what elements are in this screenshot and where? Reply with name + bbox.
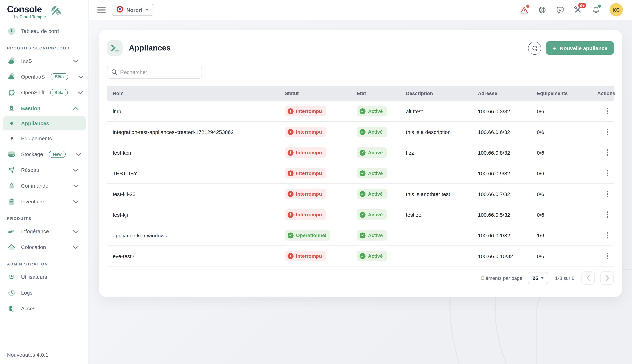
cell-name: lmp [107, 108, 279, 114]
per-page-select[interactable]: 25 [528, 272, 548, 284]
table-row[interactable]: test-kcn Interrompu Activé ffzz 100.66.0… [107, 142, 614, 163]
column-header-etat[interactable]: Etat [351, 90, 400, 96]
table-row[interactable]: appliance-kcn-windows Opérationnel Activ… [107, 225, 614, 246]
cell-equipment: 0/6 [531, 129, 592, 135]
sidebar-item-bastion[interactable]: Bastion [0, 100, 89, 116]
search-icon [111, 69, 118, 77]
table-row[interactable]: TEST-JBY Interrompu Activé 100.66.0.9/32… [107, 163, 614, 184]
main-area: Nordri 9+ [89, 0, 632, 364]
state-badge: Activé [357, 189, 387, 199]
notifications-button[interactable] [592, 6, 600, 14]
cell-equipment: 0/6 [531, 108, 592, 114]
status-badge: Interrompu [285, 126, 326, 137]
column-header-equipements[interactable]: Equipements [531, 90, 592, 96]
sidebar-item-stockage[interactable]: Stockage New [0, 146, 89, 162]
sidebar-item-label: Equipements [21, 135, 52, 141]
sidebar-item-label: Bastion [21, 105, 40, 111]
sidebar-item-label: Inventaire [21, 198, 44, 204]
cell-description: ffzz [400, 150, 472, 156]
table-row[interactable]: lmp Interrompu Activé alt ttest 100.66.0… [107, 101, 614, 122]
row-actions-button[interactable] [601, 105, 613, 117]
sidebar-subitem-appliances[interactable]: Appliances [3, 116, 86, 130]
row-actions-button[interactable] [601, 167, 613, 179]
refresh-button[interactable] [528, 42, 541, 54]
cell-description: testfzef [400, 212, 472, 218]
column-header-description[interactable]: Description [400, 90, 472, 96]
status-icon [288, 232, 294, 238]
state-icon [359, 212, 365, 218]
sidebar: Console by Cloud Temple [0, 0, 89, 364]
state-label: Activé [368, 170, 383, 176]
row-actions-button[interactable] [601, 146, 613, 158]
history-clock-icon [8, 289, 16, 296]
sidebar-item-infogerance[interactable]: Infogérance [0, 224, 89, 239]
state-badge: Activé [357, 251, 387, 261]
cell-address: 100.66.0.1/32 [472, 232, 531, 238]
user-avatar[interactable]: KC [609, 3, 623, 16]
state-label: Activé [368, 129, 383, 135]
sidebar-item-commande[interactable]: Commande [0, 178, 89, 194]
sidebar-item-inventaire[interactable]: Inventaire [0, 194, 89, 209]
sidebar-item-iaas[interactable]: IaaS [0, 53, 89, 69]
status-label: Interrompu [296, 191, 322, 197]
new-appliance-button[interactable]: Nouvelle appliance [546, 42, 614, 55]
status-icon [288, 212, 294, 218]
castle-icon [8, 104, 16, 112]
sidebar-item-colocation[interactable]: Colocation [0, 239, 89, 255]
column-header-adresse[interactable]: Adresse [472, 90, 531, 96]
table-row[interactable]: test-kji Interrompu Activé testfzef 100.… [107, 204, 614, 225]
cell-equipment: 0/6 [531, 253, 592, 259]
state-label: Activé [368, 253, 383, 259]
chevron-down-icon [73, 182, 79, 189]
sidebar-item-utilisateurs[interactable]: Utilisateurs [0, 269, 89, 285]
sidebar-item-logs[interactable]: Logs [0, 285, 89, 300]
sidebar-item-openshift[interactable]: OpenShift Bêta [0, 84, 89, 100]
search-box [107, 66, 202, 78]
table-row[interactable]: eve-test2 Interrompu Activé 100.66.0.10/… [107, 246, 614, 266]
state-icon [359, 129, 365, 135]
alerts-button[interactable] [520, 6, 528, 14]
row-actions-button[interactable] [601, 250, 613, 262]
sidebar-item-dashboard[interactable]: Tableau de bord [0, 23, 89, 39]
sidebar-item-acces[interactable]: Accès [0, 300, 89, 316]
status-label: Interrompu [296, 212, 322, 218]
state-label: Activé [368, 212, 383, 218]
door-icon [8, 304, 16, 312]
hamburger-menu-icon[interactable] [97, 7, 106, 13]
sidebar-item-openiaas[interactable]: OpenIaaS Bêta [0, 69, 89, 84]
state-badge: Activé [357, 209, 387, 220]
previous-page-button[interactable] [581, 272, 595, 285]
sidebar-item-label: Tableau de bord [21, 28, 59, 34]
sidebar-item-reseau[interactable]: Réseau [0, 162, 89, 178]
section-title-produits: PRODUITS [0, 209, 89, 224]
release-notes-link[interactable]: Nouveautés 4.0.1 [0, 345, 89, 364]
status-badge: Interrompu [285, 147, 326, 158]
sync-icon [531, 45, 538, 51]
state-icon [359, 191, 365, 197]
row-actions-button[interactable] [601, 209, 613, 220]
search-input[interactable] [107, 66, 202, 78]
sidebar-item-label: Utilisateurs [21, 274, 47, 280]
row-actions-button[interactable] [601, 188, 613, 200]
row-actions-button[interactable] [601, 126, 613, 138]
column-header-statut[interactable]: Statut [279, 90, 351, 96]
column-header-nom[interactable]: Nom [107, 90, 279, 96]
state-label: Activé [368, 232, 383, 238]
feedback-button[interactable] [556, 6, 564, 14]
status-icon [288, 150, 294, 156]
cloud-icon [8, 73, 16, 80]
table-row[interactable]: integration-test-appliances-created-1721… [107, 122, 614, 142]
tenant-selector[interactable]: Nordri [112, 4, 153, 16]
next-page-button[interactable] [600, 272, 614, 285]
status-badge: Interrompu [285, 168, 326, 178]
state-badge: Activé [357, 126, 387, 137]
tools-button[interactable]: 9+ [574, 6, 582, 14]
bullet-icon [8, 137, 16, 140]
status-badge: Interrompu [285, 251, 326, 261]
support-button[interactable] [538, 6, 546, 14]
table-row[interactable]: test-kji-23 Interrompu Activé this is an… [107, 184, 614, 204]
tools-count-badge: 9+ [578, 2, 587, 9]
caret-down-icon [145, 9, 149, 11]
sidebar-subitem-equipements[interactable]: Equipements [0, 130, 89, 146]
row-actions-button[interactable] [601, 229, 613, 241]
